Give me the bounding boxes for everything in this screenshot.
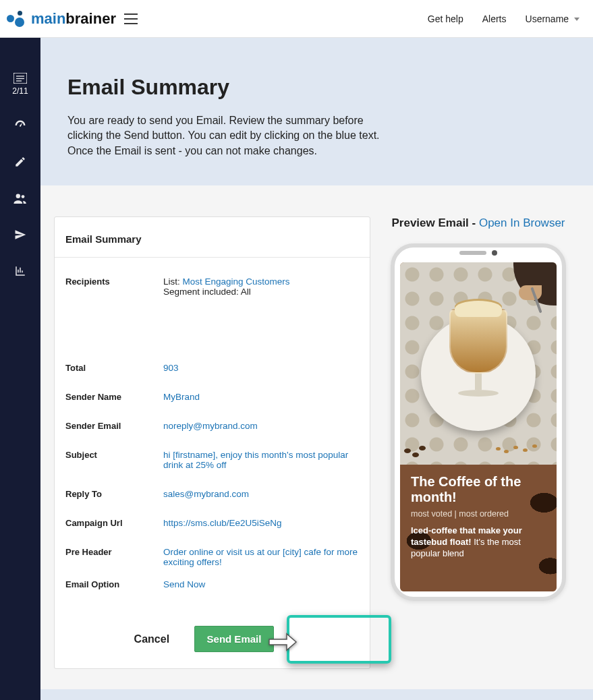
iced-coffee-icon [447, 309, 509, 410]
email-body: The Coffee of the month! most voted | mo… [400, 465, 557, 591]
get-help-link[interactable]: Get help [428, 13, 463, 24]
recipients-segment: Segment included: All [163, 287, 251, 297]
username-label: Username [526, 13, 569, 24]
phone-speaker-icon [459, 251, 486, 255]
recipients-list-prefix: List: [163, 276, 183, 287]
summary-card: Email Summary Recipients List: Most Enga… [54, 216, 370, 669]
preview-title-prefix: Preview Email - [391, 216, 478, 229]
total-label: Total [65, 363, 163, 373]
email-option-value[interactable]: Send Now [163, 579, 205, 589]
sidebar-send-icon[interactable] [13, 228, 27, 241]
reply-to-label: Reply To [65, 489, 163, 499]
sidebar-analytics-icon[interactable] [13, 264, 27, 278]
sender-email-value[interactable]: noreply@mybrand.com [163, 421, 258, 431]
sidebar-dashboard-icon[interactable] [13, 119, 27, 132]
main-content: Email Summary You are ready to send you … [40, 38, 593, 700]
hero: Email Summary You are ready to send you … [40, 38, 593, 185]
recipients-label: Recipients [65, 276, 163, 297]
logo-text-main: main [31, 10, 65, 27]
alerts-link[interactable]: Alerts [482, 13, 507, 24]
email-heading: The Coffee of the month! [411, 474, 546, 505]
email-highlight: Iced-coffee that make your tastebud floa… [411, 525, 546, 560]
username-menu[interactable]: Username [526, 13, 580, 24]
header-right: Get help Alerts Username [428, 13, 580, 24]
sender-email-label: Sender Email [65, 421, 163, 431]
sidebar: 2/11 [0, 38, 40, 700]
recipients-value: List: Most Engaging Customers Segment in… [163, 276, 359, 297]
page-description: You are ready to send you Email. Review … [67, 113, 391, 158]
phone-preview: The Coffee of the month! most voted | mo… [391, 243, 566, 601]
header-left: mainbrainer [5, 10, 138, 28]
page-title: Email Summary [67, 75, 566, 100]
pre-header-value[interactable]: Order online or visit us at our [city] c… [163, 547, 358, 567]
phone-notch [459, 250, 497, 256]
hamburger-icon[interactable] [124, 13, 138, 24]
email-preview: The Coffee of the month! most voted | mo… [400, 262, 557, 591]
cancel-button[interactable]: Cancel [125, 626, 179, 652]
pointer-arrow-icon [268, 633, 293, 650]
sidebar-audience-icon[interactable] [13, 192, 27, 205]
phone-camera-icon [492, 250, 497, 256]
subject-label: Subject [65, 450, 163, 470]
email-hero-image [400, 262, 557, 465]
campaign-url-label: Campaign Url [65, 518, 163, 528]
coffee-beans-icon [404, 442, 431, 461]
campaign-url-value[interactable]: https://sms.club/Ee2U5iSeNg [163, 518, 282, 528]
email-subheading: most voted | most ordered [411, 509, 546, 519]
svg-point-4 [16, 194, 20, 198]
logo[interactable]: mainbrainer [5, 10, 116, 28]
chevron-down-icon [574, 18, 580, 21]
step-counter-label: 2/11 [12, 86, 28, 96]
email-option-label: Email Option [65, 579, 163, 589]
sender-name-label: Sender Name [65, 392, 163, 402]
send-highlight-box [287, 615, 391, 664]
app-header: mainbrainer Get help Alerts Username [0, 0, 593, 38]
summary-card-title: Email Summary [55, 217, 370, 258]
logo-dots-icon [5, 11, 27, 27]
total-value[interactable]: 903 [163, 363, 179, 373]
recipients-list-link[interactable]: Most Engaging Customers [183, 276, 290, 287]
logo-text-brainer: brainer [65, 10, 116, 27]
sidebar-edit-icon[interactable] [13, 155, 27, 169]
preview-column: Preview Email - Open In Browser [391, 216, 566, 601]
svg-point-5 [22, 195, 25, 198]
card-footer: Cancel Send Email [55, 612, 370, 668]
send-email-button[interactable]: Send Email [194, 626, 275, 652]
steps-icon [13, 73, 27, 84]
pre-header-label: Pre Header [65, 547, 163, 567]
preview-title: Preview Email - Open In Browser [391, 216, 566, 230]
sender-name-value[interactable]: MyBrand [163, 392, 200, 402]
reply-to-value[interactable]: sales@mybrand.com [163, 489, 249, 499]
phone-screen: The Coffee of the month! most voted | mo… [400, 262, 557, 591]
sidebar-step-counter[interactable]: 2/11 [12, 73, 28, 96]
open-in-browser-link[interactable]: Open In Browser [479, 216, 565, 229]
subject-value[interactable]: hi [firstname], enjoy this month's most … [163, 450, 348, 470]
